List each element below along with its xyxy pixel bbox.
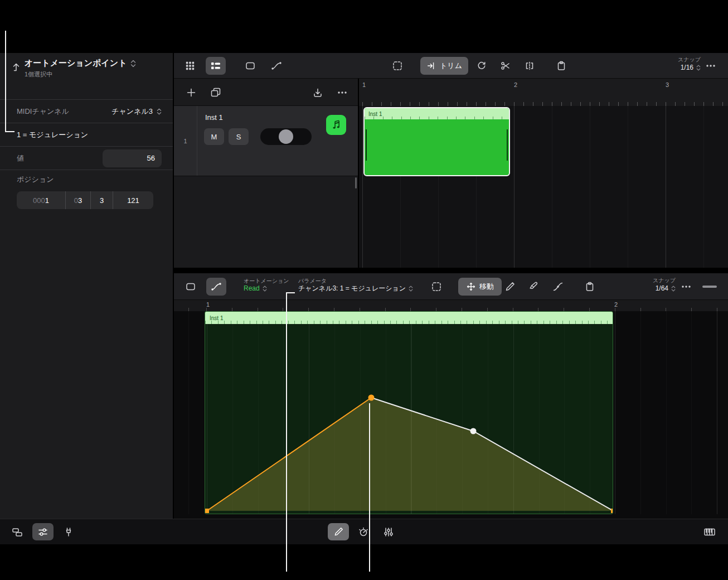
add-track-icon[interactable] xyxy=(181,84,201,102)
tracks-area: トリム スナップ 1/16 xyxy=(173,53,728,268)
more-icon[interactable] xyxy=(332,84,352,102)
chevron-updown-icon xyxy=(409,285,413,292)
piano-icon[interactable] xyxy=(699,523,720,540)
marquee-icon[interactable] xyxy=(387,57,407,75)
move-icon xyxy=(466,282,476,292)
callout-line-parameter-row xyxy=(5,31,6,132)
paste-icon[interactable] xyxy=(551,57,571,75)
tracks-body: 1 Inst 1 M S xyxy=(174,79,728,268)
inspector-subtitle: 1個選択中 xyxy=(25,70,52,79)
chevron-updown-icon xyxy=(696,64,701,71)
pencil-icon[interactable] xyxy=(328,523,349,540)
tracks-view-icon[interactable] xyxy=(206,57,226,75)
ruler-number: 2 xyxy=(514,81,517,88)
toggle-knob xyxy=(279,129,293,144)
trim-handle-right[interactable] xyxy=(507,129,508,161)
regions-view-icon[interactable] xyxy=(240,57,260,75)
ruler-number: 2 xyxy=(614,301,618,308)
track-list-header xyxy=(174,79,358,106)
automation-toolbar: オートメーション Read パラメータ チャンネル3: 1 = モジュレーション xyxy=(174,273,728,300)
note-icon xyxy=(330,119,342,131)
duplicate-track-icon[interactable] xyxy=(206,84,226,102)
midi-channel-row[interactable]: MIDIチャンネル チャンネル3 xyxy=(0,100,173,123)
parameter-control[interactable]: パラメータ チャンネル3: 1 = モジュレーション xyxy=(298,277,413,293)
automation-fill xyxy=(207,398,613,511)
panel-drag-handle[interactable] xyxy=(702,286,717,288)
brush-icon[interactable] xyxy=(524,278,544,296)
position-field[interactable]: 0001 03 3 121 xyxy=(17,191,153,209)
automation-point[interactable] xyxy=(368,395,375,401)
parameter-label: パラメータ xyxy=(298,277,413,284)
position-row: 0001 03 3 121 xyxy=(0,189,173,218)
logic-automation-screen: オートメーションポイント 1個選択中 MIDIチャンネル チャンネル3 1 xyxy=(0,0,728,580)
midi-channel-value: チャンネル3 xyxy=(111,107,153,117)
scrollbar[interactable] xyxy=(355,177,357,188)
mute-button[interactable]: M xyxy=(204,128,224,145)
callout-line-parameter-popup xyxy=(286,292,287,572)
regions-view-icon[interactable] xyxy=(181,278,201,296)
pencil-icon[interactable] xyxy=(500,278,520,296)
region-name: Inst 1 xyxy=(368,111,382,117)
automation-mode-value: Read xyxy=(244,284,260,293)
dial-icon[interactable] xyxy=(353,523,374,540)
parameter-name: 1 = モジュレーション xyxy=(17,130,88,140)
automation-region[interactable]: Inst 1 xyxy=(205,311,613,514)
more-icon[interactable] xyxy=(701,57,721,75)
track-row[interactable]: 1 Inst 1 M S xyxy=(174,106,358,176)
move-tool-button[interactable]: 移動 xyxy=(458,278,502,296)
solo-button[interactable]: S xyxy=(229,128,249,145)
chevron-updown-icon[interactable] xyxy=(130,59,136,68)
move-label: 移動 xyxy=(479,282,494,292)
instrument-button[interactable] xyxy=(326,115,346,135)
split-icon[interactable] xyxy=(520,57,540,75)
track-header-column: 1 Inst 1 M S xyxy=(174,79,358,268)
grid-view-icon[interactable] xyxy=(180,57,200,75)
midi-region[interactable]: Inst 1 xyxy=(363,107,510,176)
marquee-icon[interactable] xyxy=(426,278,446,296)
snap-label: スナップ xyxy=(631,277,676,284)
position-label: ポジション xyxy=(17,175,54,185)
tracks-toolbar: トリム スナップ 1/16 xyxy=(174,53,728,79)
snap-label: スナップ xyxy=(653,56,701,64)
value-label: 値 xyxy=(17,153,24,163)
position-label-row: ポジション xyxy=(0,170,173,189)
automation-mode-control[interactable]: オートメーション Read xyxy=(244,277,289,293)
automation-view-icon[interactable] xyxy=(266,57,287,75)
faders-panel-icon[interactable] xyxy=(32,523,54,540)
tracks-lane: 1 2 3 Inst 1 xyxy=(358,79,728,268)
automation-ruler[interactable]: 1 2 xyxy=(174,300,728,311)
trim-handle-left[interactable] xyxy=(366,129,367,161)
trim-button[interactable]: トリム xyxy=(420,57,468,75)
import-icon[interactable] xyxy=(308,84,328,102)
more-icon[interactable] xyxy=(676,278,696,296)
snap-control[interactable]: スナップ 1/64 xyxy=(631,277,676,293)
mixer-icon[interactable] xyxy=(378,523,399,540)
paste-icon[interactable] xyxy=(580,278,600,296)
ruler-number: 3 xyxy=(666,81,669,88)
snap-control[interactable]: スナップ 1/16 xyxy=(653,56,701,72)
trim-label: トリム xyxy=(440,61,462,71)
snap-value: 1/64 xyxy=(656,284,668,293)
parameter-value: チャンネル3: 1 = モジュレーション xyxy=(298,284,406,293)
automation-view-icon[interactable] xyxy=(206,278,226,296)
automation-point[interactable] xyxy=(470,428,477,434)
chevron-updown-icon xyxy=(263,285,267,292)
tracks-ruler[interactable]: 1 2 3 xyxy=(359,79,728,106)
inspector-header: オートメーションポイント 1個選択中 xyxy=(0,53,173,88)
automation-point[interactable] xyxy=(205,509,209,513)
curve-tool-icon[interactable] xyxy=(548,278,568,296)
automation-point[interactable] xyxy=(611,509,613,513)
inspector-rows: MIDIチャンネル チャンネル3 1 = モジュレーション 値 56 ポジション xyxy=(0,99,173,218)
parameter-row[interactable]: 1 = モジュレーション xyxy=(0,123,173,147)
automation-label: オートメーション xyxy=(244,277,289,284)
track-name: Inst 1 xyxy=(205,113,223,122)
back-icon[interactable] xyxy=(7,58,25,76)
value-field[interactable]: 56 xyxy=(103,149,162,167)
inspector-panel: オートメーションポイント 1個選択中 MIDIチャンネル チャンネル3 1 xyxy=(0,53,173,519)
ruler-number: 1 xyxy=(206,301,210,308)
cable-icon[interactable] xyxy=(58,523,79,540)
track-toggle[interactable] xyxy=(260,128,312,145)
scissors-icon[interactable] xyxy=(496,57,516,75)
loop-icon[interactable] xyxy=(472,57,492,75)
regions-panel-icon[interactable] xyxy=(7,523,28,540)
